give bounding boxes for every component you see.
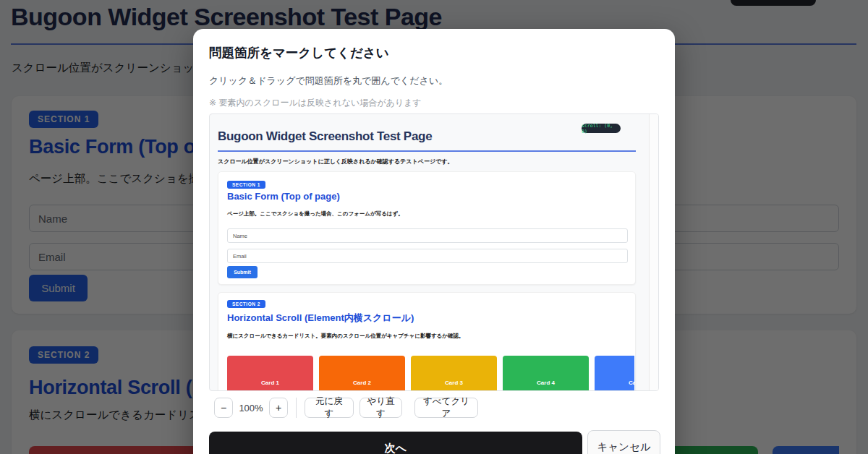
preview-card-list: Card 1 Card 2 Card 3 Card 4 Card 5 bbox=[227, 356, 634, 391]
preview-toolbar: − 100% + 元に戻す やり直す すべてクリア bbox=[214, 398, 478, 418]
preview-page-intro: スクロール位置がスクリーンショットに正しく反映されるか確認するテストページです。 bbox=[218, 158, 453, 166]
preview-scroll-card: Card 5 bbox=[595, 356, 634, 391]
preview-scroll-card: Card 1 bbox=[227, 356, 313, 391]
next-button[interactable]: 次へ bbox=[209, 432, 582, 454]
preview-name-input: Name bbox=[227, 228, 628, 243]
modal-title: 問題箇所をマークしてください bbox=[209, 44, 389, 61]
preview-section-2-card: SECTION 2 Horizontal Scroll (Element内横スク… bbox=[218, 292, 636, 391]
preview-section-2-heading: Horizontal Scroll (Element内横スクロール) bbox=[227, 312, 414, 325]
modal-subtitle: クリック＆ドラッグで問題箇所を丸で囲んでください。 bbox=[209, 74, 448, 87]
cancel-button[interactable]: キャンセル bbox=[587, 430, 660, 454]
redo-button[interactable]: やり直す bbox=[359, 398, 402, 418]
modal-note: ※ 要素内のスクロールは反映されない場合があります bbox=[209, 97, 422, 109]
mark-issue-modal: 問題箇所をマークしてください クリック＆ドラッグで問題箇所を丸で囲んでください。… bbox=[193, 29, 675, 454]
screenshot-preview-canvas[interactable]: scroll: (0, 0) Bugoon Widget Screenshot … bbox=[209, 113, 659, 391]
clear-all-button[interactable]: すべてクリア bbox=[414, 398, 478, 418]
preview-page-title: Bugoon Widget Screenshot Test Page bbox=[218, 129, 432, 144]
zoom-in-button[interactable]: + bbox=[269, 398, 288, 418]
preview-scroll-position-badge: scroll: (0, 0) bbox=[582, 124, 621, 133]
preview-section-1-badge: SECTION 1 bbox=[227, 181, 265, 189]
preview-section-2-badge: SECTION 2 bbox=[227, 300, 265, 308]
preview-section-1-heading: Basic Form (Top of page) bbox=[227, 191, 340, 202]
preview-scroll-card: Card 2 bbox=[319, 356, 405, 391]
zoom-out-button[interactable]: − bbox=[214, 398, 233, 418]
preview-email-input: Email bbox=[227, 249, 628, 263]
preview-title-divider bbox=[218, 150, 636, 152]
preview-section-1-description: ページ上部。ここでスクショを撮った場合、このフォームが写るはず。 bbox=[227, 210, 404, 218]
preview-section-2-description: 横にスクロールできるカードリスト。要素内のスクロール位置がキャプチャに影響するか… bbox=[227, 333, 464, 340]
preview-scroll-card: Card 4 bbox=[503, 356, 589, 391]
toolbar-divider bbox=[296, 398, 297, 418]
zoom-level: 100% bbox=[239, 403, 263, 414]
preview-scrollbar[interactable] bbox=[649, 114, 658, 390]
undo-button[interactable]: 元に戻す bbox=[305, 398, 354, 418]
preview-submit-button: Submit bbox=[227, 266, 258, 278]
preview-scroll-card: Card 3 bbox=[411, 356, 497, 391]
preview-section-1-card: SECTION 1 Basic Form (Top of page) ページ上部… bbox=[218, 171, 636, 285]
